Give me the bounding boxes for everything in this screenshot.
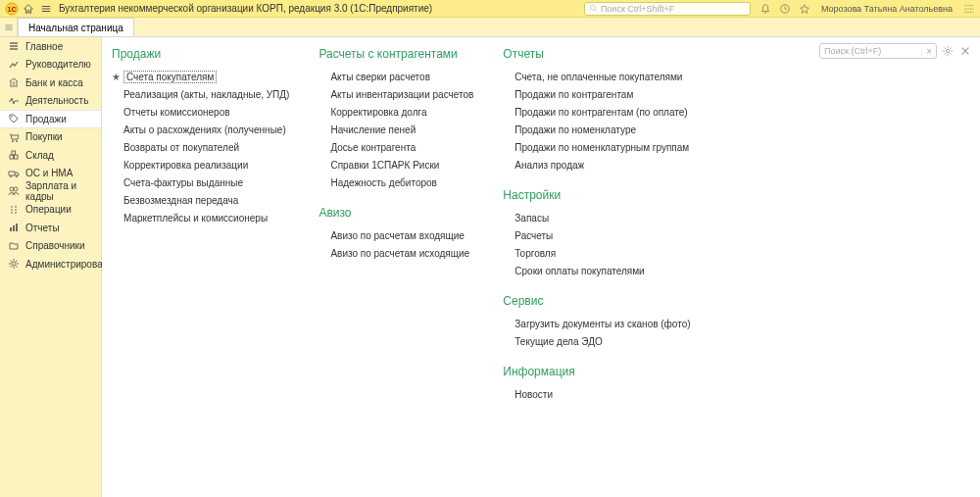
- sidebar-item-label: Зарплата и кадры: [25, 180, 93, 202]
- sidebar-item-reports[interactable]: Отчеты: [0, 219, 101, 237]
- svg-text:1С: 1С: [8, 6, 17, 13]
- tab-start-label: Начальная страница: [28, 23, 123, 33]
- svg-rect-17: [16, 224, 18, 231]
- link-item[interactable]: Отчеты комиссионеров: [112, 104, 289, 122]
- list-icon: [8, 40, 20, 52]
- link-item[interactable]: Авизо по расчетам входящие: [318, 227, 473, 245]
- svg-point-6: [12, 140, 14, 142]
- sidebar-item-bank[interactable]: Банк и касса: [0, 74, 101, 92]
- sidebar-item-activity[interactable]: Деятельность: [0, 92, 101, 111]
- star-icon[interactable]: [798, 2, 811, 16]
- gear-icon: [8, 258, 20, 270]
- sidebar-item-label: Отчеты: [25, 223, 60, 233]
- sidebar-item-references[interactable]: Справочники: [0, 237, 101, 256]
- home-icon[interactable]: [22, 2, 35, 16]
- sidebar-item-operations[interactable]: Операции: [0, 201, 101, 220]
- truck-icon: [8, 168, 20, 179]
- section-title-service: Сервис: [503, 294, 690, 308]
- svg-point-19: [946, 49, 949, 52]
- sidebar-item-label: Руководителю: [25, 59, 91, 70]
- sidebar-item-warehouse[interactable]: Склад: [0, 146, 101, 165]
- pulse-icon: [8, 95, 20, 107]
- search-clear-icon[interactable]: ×: [921, 46, 932, 57]
- sidebar-item-label: Продажи: [25, 114, 67, 124]
- link-item[interactable]: Продажи по контрагентам (по оплате): [503, 104, 690, 122]
- link-item[interactable]: Авизо по расчетам исходящие: [318, 245, 473, 263]
- sidebar: Главное Руководителю Банк и касса Деятел…: [0, 37, 102, 497]
- link-item[interactable]: Текущие дела ЭДО: [503, 333, 690, 351]
- sidebar-item-assets[interactable]: ОС и НМА: [0, 165, 101, 183]
- link-accounts-buyers[interactable]: ★Счета покупателям: [112, 69, 289, 86]
- chart-line-icon: [8, 59, 20, 71]
- app-title: Бухгалтерия некоммерческой организации К…: [59, 3, 432, 14]
- sidebar-item-label: Покупки: [25, 131, 63, 142]
- sidebar-item-label: Главное: [25, 41, 63, 52]
- svg-point-7: [16, 140, 18, 142]
- section-title-aviso: Авизо: [318, 206, 473, 220]
- link-item[interactable]: Безвозмездная передача: [112, 192, 289, 210]
- link-item[interactable]: Маркетплейсы и комиссионеры: [112, 210, 289, 227]
- tab-bar: Начальная страница: [0, 18, 980, 37]
- link-item[interactable]: Расчеты: [503, 227, 690, 245]
- sidebar-item-manager[interactable]: Руководителю: [0, 56, 101, 75]
- logo-1c-icon: 1С: [4, 1, 20, 17]
- history-icon[interactable]: [778, 2, 792, 16]
- tab-start[interactable]: Начальная страница: [18, 18, 134, 36]
- link-item[interactable]: Торговля: [503, 245, 690, 263]
- link-item[interactable]: Запасы: [503, 210, 690, 227]
- link-item[interactable]: Счета-фактуры выданные: [112, 174, 289, 192]
- search-icon: [589, 4, 598, 13]
- sidebar-item-label: Деятельность: [25, 95, 88, 106]
- sidebar-item-purchases[interactable]: Покупки: [0, 128, 101, 147]
- sale-icon: [8, 113, 20, 124]
- link-item[interactable]: Начисление пеней: [318, 122, 473, 139]
- bar-chart-icon: [8, 222, 20, 233]
- link-item[interactable]: Акты сверки расчетов: [318, 69, 473, 86]
- section-title-settings: Настройки: [503, 188, 690, 202]
- sidebar-item-salary[interactable]: Зарплата и кадры: [0, 182, 101, 201]
- boxes-icon: [8, 149, 20, 161]
- link-item[interactable]: Новости: [503, 386, 690, 404]
- star-marker-icon: ★: [112, 71, 121, 84]
- link-item[interactable]: Надежность дебиторов: [318, 174, 473, 192]
- link-item[interactable]: Акты инвентаризации расчетов: [318, 86, 473, 104]
- link-item[interactable]: Продажи по номенклатуре: [503, 122, 690, 139]
- page-search-placeholder: Поиск (Ctrl+F): [824, 46, 881, 56]
- link-item[interactable]: Продажи по контрагентам: [503, 86, 690, 104]
- sidebar-item-sales[interactable]: Продажи: [0, 110, 101, 128]
- bank-icon: [8, 76, 20, 88]
- global-search-placeholder: Поиск Ctrl+Shift+F: [601, 4, 674, 14]
- link-item[interactable]: Досье контрагента: [318, 139, 473, 157]
- titlebar: 1С Бухгалтерия некоммерческой организаци…: [0, 0, 980, 18]
- svg-point-11: [10, 175, 12, 177]
- close-icon[interactable]: [958, 44, 972, 58]
- link-item[interactable]: Корректировка реализации: [112, 157, 289, 174]
- user-name[interactable]: Морозова Татьяна Анатольевна: [821, 4, 953, 14]
- column-reports: Отчеты Счета, не оплаченные покупателями…: [503, 47, 690, 404]
- link-item[interactable]: Загрузить документы из сканов (фото): [503, 316, 690, 333]
- sidebar-item-admin[interactable]: Администрирование: [0, 255, 101, 273]
- burger-icon[interactable]: [39, 2, 53, 16]
- link-item[interactable]: Корректировка долга: [318, 104, 473, 122]
- tab-burger-icon[interactable]: [0, 18, 18, 36]
- bell-icon[interactable]: [759, 2, 772, 16]
- link-item[interactable]: Продажи по номенклатурным группам: [503, 139, 690, 157]
- svg-line-3: [595, 10, 597, 12]
- page-search-input[interactable]: Поиск (Ctrl+F) ×: [819, 43, 937, 59]
- link-item[interactable]: Возвраты от покупателей: [112, 139, 289, 157]
- sidebar-item-label: Операции: [25, 204, 72, 215]
- svg-point-2: [590, 5, 595, 10]
- section-title-counterparties: Расчеты с контрагентами: [318, 47, 473, 61]
- menu-icon[interactable]: [962, 2, 976, 16]
- link-item[interactable]: Анализ продаж: [503, 157, 690, 174]
- sidebar-item-main[interactable]: Главное: [0, 37, 101, 56]
- link-item[interactable]: Реализация (акты, накладные, УПД): [112, 86, 289, 104]
- settings-gear-icon[interactable]: [941, 44, 955, 58]
- link-item[interactable]: Справки 1СПАРК Риски: [318, 157, 473, 174]
- link-item[interactable]: Акты о расхождениях (полученные): [112, 122, 289, 139]
- global-search-input[interactable]: Поиск Ctrl+Shift+F: [584, 2, 751, 16]
- folder-icon: [8, 240, 20, 252]
- sidebar-item-label: Банк и касса: [25, 77, 83, 88]
- link-item[interactable]: Сроки оплаты покупателями: [503, 263, 690, 280]
- link-item[interactable]: Счета, не оплаченные покупателями: [503, 69, 690, 86]
